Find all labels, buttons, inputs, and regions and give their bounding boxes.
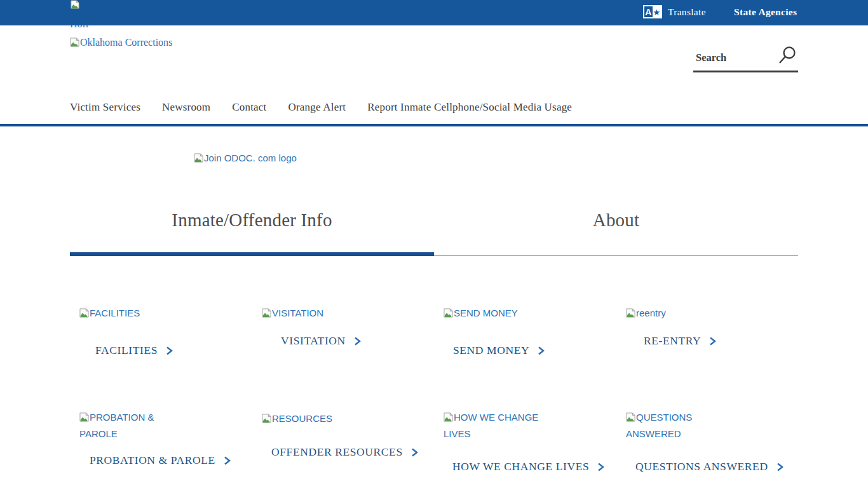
search-underline: [693, 71, 798, 72]
card-link-offender-resources[interactable]: OFFENDER RESOURCES: [271, 445, 419, 459]
broken-image-icon: [626, 411, 635, 426]
main-nav: Victim Services Newsroom Contact Orange …: [70, 101, 572, 114]
broken-image-icon: [194, 152, 203, 167]
card-link-questions-answered[interactable]: QUESTIONS ANSWERED: [635, 460, 784, 473]
broken-image-icon: [70, 36, 79, 51]
card-link-label: SEND MONEY: [453, 344, 529, 357]
site-logo-alt-text: Oklahoma Corrections: [80, 37, 172, 48]
search-icon: [778, 58, 797, 68]
card-image-alt-text: SEND MONEY: [454, 308, 518, 318]
translate-button[interactable]: A ★ Translate: [643, 5, 706, 18]
inactive-tab-underline: [434, 255, 798, 256]
card-image-resources[interactable]: RESOURCES: [262, 411, 332, 428]
broken-image-icon: [79, 307, 89, 322]
tab-about[interactable]: About: [434, 210, 798, 231]
card-link-re-entry[interactable]: RE-ENTRY: [644, 334, 717, 348]
nav-item-contact[interactable]: Contact: [232, 101, 266, 114]
utility-bar: A ★ Translate State Agencies: [0, 0, 868, 25]
broken-image-icon: [444, 307, 453, 322]
card-image-visitation[interactable]: VISITATION: [262, 306, 323, 322]
site-logo-link[interactable]: Oklahoma Corrections: [70, 35, 172, 51]
chevron-right-icon: [410, 447, 419, 458]
card-image-probation-parole[interactable]: PROBATION & PAROLE: [79, 410, 175, 442]
join-odoc-logo-link[interactable]: Join ODOC. com logo: [194, 151, 297, 167]
page: A ★ Translate State Agencies Hoff: [0, 0, 868, 488]
card-image-alt-text: reentry: [636, 308, 666, 318]
card-link-how-we-change-lives[interactable]: HOW WE CHANGE LIVES: [452, 460, 605, 473]
svg-text:A: A: [645, 7, 651, 17]
translate-icon: A ★: [643, 5, 662, 18]
state-agencies-link[interactable]: State Agencies: [734, 6, 797, 18]
card-image-questions-answered[interactable]: QUESTIONS ANSWERED: [626, 410, 702, 442]
active-tab-underline: [70, 252, 434, 256]
svg-text:★: ★: [653, 8, 661, 17]
broken-image-icon: [79, 411, 89, 426]
card-link-label: HOW WE CHANGE LIVES: [452, 460, 589, 473]
card-link-send-money[interactable]: SEND MONEY: [453, 344, 545, 357]
card-link-label: VISITATION: [281, 334, 346, 348]
card-link-facilities[interactable]: FACILITIES: [95, 344, 173, 357]
card-image-alt-text: FACILITIES: [90, 308, 140, 318]
card-image-alt-text: QUESTIONS ANSWERED: [626, 412, 692, 439]
chevron-right-icon: [165, 346, 173, 356]
card-image-alt-text: VISITATION: [272, 308, 323, 318]
search-button[interactable]: [778, 46, 797, 68]
search-input[interactable]: [696, 48, 771, 67]
search: [693, 46, 798, 72]
chevron-right-icon: [709, 336, 717, 346]
chevron-right-icon: [537, 346, 545, 356]
card-image-send-money[interactable]: SEND MONEY: [444, 306, 518, 322]
chevron-right-icon: [776, 462, 784, 472]
broken-image-icon: [444, 411, 453, 426]
chevron-right-icon: [353, 336, 362, 346]
card-image-alt-text: RESOURCES: [272, 413, 332, 424]
card-image-alt-text: PROBATION & PAROLE: [79, 412, 154, 439]
broken-image-icon: [626, 307, 635, 322]
nav-item-newsroom[interactable]: Newsroom: [162, 101, 210, 114]
nav-item-victim-services[interactable]: Victim Services: [70, 101, 140, 114]
tab-inmate-offender-info[interactable]: Inmate/Offender Info: [70, 210, 434, 231]
nav-divider-rule: [0, 124, 868, 126]
card-link-visitation[interactable]: VISITATION: [281, 334, 362, 348]
card-link-probation-parole[interactable]: PROBATION & PAROLE: [90, 454, 231, 467]
card-image-reentry[interactable]: reentry: [626, 306, 666, 322]
card-link-label: QUESTIONS ANSWERED: [635, 460, 768, 473]
state-agencies-label: State Agencies: [734, 6, 797, 18]
card-image-how-we-change-lives[interactable]: HOW WE CHANGE LIVES: [444, 410, 545, 442]
card-link-label: FACILITIES: [95, 344, 158, 357]
chevron-right-icon: [223, 456, 231, 466]
card-image-alt-text: HOW WE CHANGE LIVES: [444, 412, 538, 439]
home-broken-image-icon[interactable]: [70, 0, 80, 11]
card-link-label: PROBATION & PAROLE: [90, 454, 215, 467]
card-link-label: RE-ENTRY: [644, 334, 701, 348]
chevron-right-icon: [597, 462, 605, 472]
card-image-facilities[interactable]: FACILITIES: [79, 306, 140, 322]
nav-item-report-usage[interactable]: Report Inmate Cellphone/Social Media Usa…: [367, 101, 572, 114]
broken-image-icon: [262, 307, 271, 322]
nav-item-orange-alert[interactable]: Orange Alert: [288, 101, 346, 114]
translate-label: Translate: [668, 6, 706, 18]
card-link-label: OFFENDER RESOURCES: [271, 445, 403, 459]
join-odoc-alt-text: Join ODOC. com logo: [204, 152, 297, 163]
broken-image-icon: [262, 412, 271, 428]
